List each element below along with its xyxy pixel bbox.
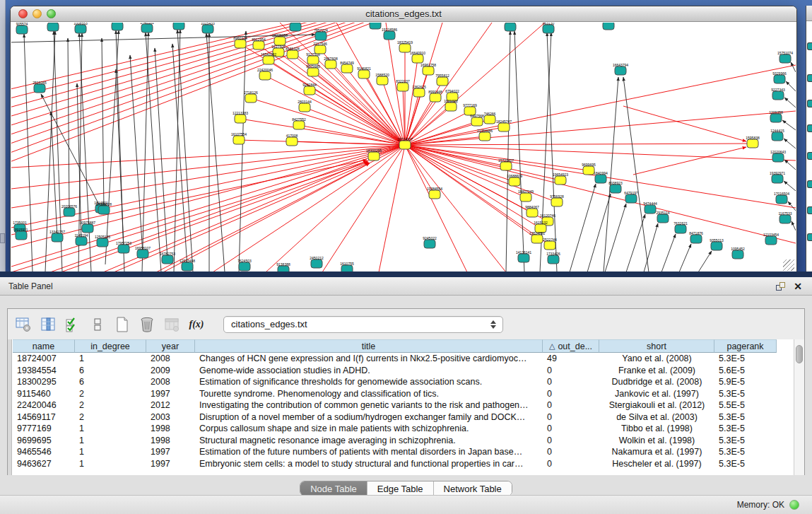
cell-year[interactable]: 1997	[146, 446, 195, 458]
cell-short[interactable]: Jankovic et al. (1997)	[599, 388, 714, 400]
cell-short[interactable]: Dudbridge et al. (2008)	[599, 376, 714, 388]
table-options-icon[interactable]	[14, 315, 33, 334]
cell-short[interactable]: Stergiakouli et al. (2012)	[599, 399, 714, 411]
cell-name[interactable]: 18300295	[13, 376, 75, 388]
cell-title[interactable]: Estimation of the future numbers of pati…	[195, 446, 543, 458]
network-window-titlebar[interactable]: citations_edges.txt	[11, 6, 796, 22]
cell-out_de[interactable]: 0	[543, 423, 599, 435]
network-graph[interactable]: 1872400718300295896012489129541822605891…	[11, 23, 796, 272]
table-row[interactable]: 1938455462009Genome-wide association stu…	[13, 365, 777, 377]
table-row[interactable]: 2242004622012Investigating the contribut…	[13, 399, 777, 411]
cell-title[interactable]: Genome-wide association studies in ADHD.	[195, 365, 543, 377]
import-table-icon[interactable]	[163, 315, 181, 334]
select-mode-icon[interactable]	[64, 315, 82, 334]
cell-year[interactable]: 2003	[146, 411, 195, 424]
cell-year[interactable]: 1998	[146, 435, 195, 447]
cell-out_de[interactable]: 49	[543, 353, 599, 365]
cell-short[interactable]: Tibbo et al. (1998)	[599, 423, 714, 435]
cell-name[interactable]: 22420046	[13, 399, 75, 411]
cell-title[interactable]: Embryonic stem cells: a model to study s…	[195, 458, 543, 470]
tab-edge-table[interactable]: Edge Table	[367, 481, 434, 496]
cell-pagerank[interactable]: 5.3E-5	[714, 446, 777, 458]
cell-name[interactable]: 9465546	[13, 446, 75, 458]
table-selector-dropdown[interactable]: citations_edges.txt	[223, 316, 503, 333]
cell-pagerank[interactable]: 5.3E-5	[714, 411, 777, 424]
cell-out_de[interactable]: 0	[543, 435, 599, 447]
cell-out_de[interactable]: 0	[543, 376, 599, 388]
delete-icon[interactable]	[138, 315, 156, 334]
cell-name[interactable]: 9777169	[13, 423, 75, 435]
column-header-year[interactable]: year	[146, 339, 195, 353]
cell-short[interactable]: Hescheler et al. (1997)	[599, 458, 714, 470]
column-header-out_de[interactable]: △out_de...	[543, 339, 599, 353]
network-view-canvas[interactable]: 1872400718300295896012489129541822605891…	[11, 23, 796, 272]
cell-year[interactable]: 2012	[146, 399, 195, 411]
cell-in_degree[interactable]: 2	[75, 399, 146, 411]
cell-short[interactable]: Yano et al. (2008)	[599, 353, 714, 365]
float-panel-icon[interactable]	[776, 282, 785, 291]
new-column-icon[interactable]	[113, 315, 131, 334]
cell-in_degree[interactable]: 1	[75, 446, 146, 458]
cell-in_degree[interactable]: 2	[75, 388, 146, 400]
cell-name[interactable]: 14569117	[13, 411, 75, 424]
close-window-button[interactable]	[18, 9, 28, 18]
zoom-window-button[interactable]	[47, 9, 56, 18]
cell-short[interactable]: Nakamura et al. (1997)	[599, 446, 714, 458]
cell-in_degree[interactable]: 2	[75, 411, 146, 424]
cell-in_degree[interactable]: 1	[75, 423, 146, 435]
row-height-icon[interactable]	[88, 315, 107, 334]
cell-pagerank[interactable]: 5.3E-5	[714, 423, 777, 435]
table-row[interactable]: 977716911998Corpus callosum shape and si…	[13, 423, 777, 435]
column-header-in_degree[interactable]: in_degree	[75, 339, 146, 353]
column-header-name[interactable]: name	[13, 339, 75, 353]
cell-title[interactable]: Disruption of a novel member of a sodium…	[195, 411, 543, 424]
cell-out_de[interactable]: 0	[543, 399, 599, 411]
cell-year[interactable]: 1997	[146, 458, 195, 470]
cell-title[interactable]: Structural magnetic resonance image aver…	[195, 435, 543, 447]
cell-pagerank[interactable]: 5.3E-5	[714, 388, 777, 400]
cell-pagerank[interactable]: 5.6E-5	[714, 365, 777, 377]
cell-name[interactable]: 9115460	[13, 388, 75, 400]
cell-title[interactable]: Corpus callosum shape and size in male p…	[195, 423, 543, 435]
cell-out_de[interactable]: 0	[543, 365, 599, 377]
cell-short[interactable]: Franke et al. (2009)	[599, 365, 714, 377]
cell-pagerank[interactable]: 5.3E-5	[714, 435, 777, 447]
cell-out_de[interactable]: 0	[543, 446, 599, 458]
column-header-title[interactable]: title	[195, 339, 543, 353]
table-row[interactable]: 969969511998Structural magnetic resonanc…	[13, 435, 777, 447]
cell-pagerank[interactable]: 5.3E-5	[714, 353, 777, 365]
cell-in_degree[interactable]: 1	[75, 435, 146, 447]
tab-network-table[interactable]: Network Table	[434, 481, 512, 496]
cell-out_de[interactable]: 0	[543, 388, 599, 400]
cell-title[interactable]: Changes of HCN gene expression and I(f) …	[195, 353, 543, 365]
cell-title[interactable]: Tourette syndrome. Phenomenology and cla…	[195, 388, 543, 400]
cell-name[interactable]: 18724007	[13, 353, 75, 365]
column-header-pagerank[interactable]: pagerank	[714, 339, 777, 353]
cell-name[interactable]: 9463627	[13, 458, 75, 470]
cell-title[interactable]: Estimation of significance thresholds fo…	[195, 376, 543, 388]
table-row[interactable]: 1456911722003Disruption of a novel membe…	[13, 411, 777, 424]
scrollbar-thumb[interactable]	[796, 345, 803, 363]
minimize-window-button[interactable]	[33, 9, 42, 18]
close-panel-icon[interactable]: ✕	[794, 282, 802, 291]
cell-in_degree[interactable]: 6	[75, 376, 146, 388]
vertical-scrollbar[interactable]	[794, 339, 804, 475]
column-header-short[interactable]: short	[599, 339, 714, 353]
show-columns-icon[interactable]	[39, 315, 57, 334]
cell-year[interactable]: 1997	[146, 388, 195, 400]
cell-year[interactable]: 2009	[146, 365, 195, 377]
cell-in_degree[interactable]: 6	[75, 365, 146, 377]
cell-pagerank[interactable]: 5.3E-5	[714, 458, 777, 470]
cell-out_de[interactable]: 0	[543, 411, 599, 424]
cell-name[interactable]: 9699695	[13, 435, 75, 447]
table-row[interactable]: 946554611997Estimation of the future num…	[13, 446, 777, 458]
table-panel-header[interactable]: Table Panel ✕	[0, 277, 812, 296]
cell-title[interactable]: Investigating the contribution of common…	[195, 399, 543, 411]
cell-short[interactable]: de Silva et al. (2003)	[599, 411, 714, 424]
cell-name[interactable]: 19384554	[13, 365, 75, 377]
background-window-edge[interactable]	[806, 6, 812, 272]
cell-in_degree[interactable]: 1	[75, 353, 146, 365]
table-row[interactable]: 1872400712008Changes of HCN gene express…	[13, 353, 777, 365]
cell-year[interactable]: 2008	[146, 353, 195, 365]
cell-year[interactable]: 2008	[146, 376, 195, 388]
